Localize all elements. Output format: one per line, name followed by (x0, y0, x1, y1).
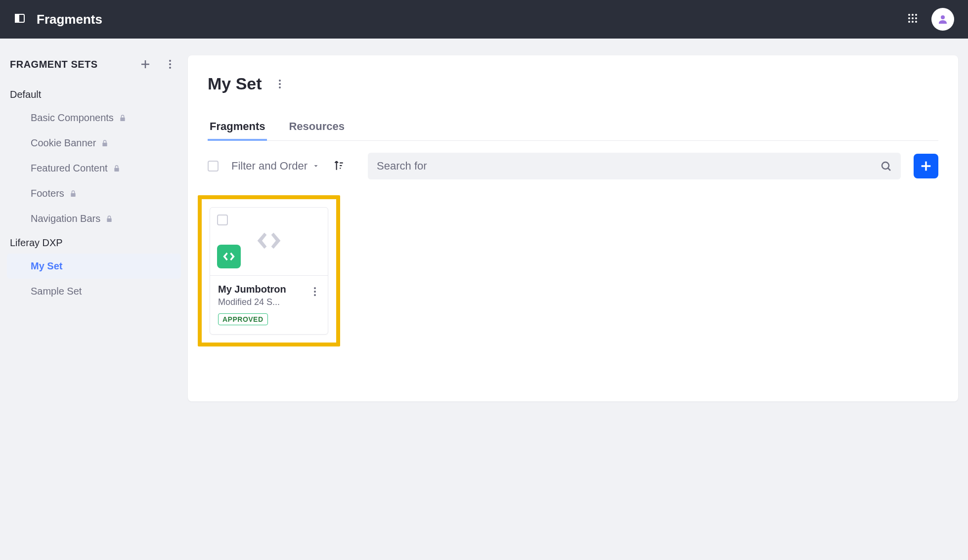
search-wrap (368, 153, 901, 179)
user-avatar[interactable] (931, 8, 954, 31)
card-actions (307, 284, 323, 300)
sidebar-more-button[interactable] (162, 56, 178, 72)
add-fragment-button[interactable] (914, 154, 938, 178)
card-preview (210, 208, 328, 276)
panel-toggle-icon[interactable] (14, 12, 26, 26)
lock-icon (69, 190, 77, 198)
sidebar-item-label: Basic Components (31, 112, 114, 124)
main: My Set Fragments Resources Filter and Or… (188, 39, 968, 411)
svg-point-2 (908, 14, 910, 16)
sidebar-item-label: Sample Set (31, 286, 82, 297)
panel-more-button[interactable] (272, 76, 288, 92)
sidebar-item-label: Featured Content (31, 163, 108, 174)
card-checkbox[interactable] (217, 215, 228, 225)
svg-point-5 (908, 17, 910, 19)
tab-fragments[interactable]: Fragments (208, 114, 267, 141)
panel-title: My Set (208, 74, 262, 93)
card-more-button[interactable] (307, 284, 323, 300)
nav-list: My Set Sample Set (7, 254, 181, 304)
lock-icon (119, 114, 127, 122)
svg-point-11 (941, 15, 945, 19)
tab-resources[interactable]: Resources (287, 114, 347, 141)
svg-point-9 (912, 21, 914, 23)
sidebar-item-label: Cookie Banner (31, 137, 96, 149)
sidebar-item-featured-content[interactable]: Featured Content (7, 156, 181, 181)
status-badge: APPROVED (218, 313, 268, 325)
toolbar: Filter and Order (208, 153, 938, 179)
lock-icon (101, 139, 109, 147)
svg-point-14 (169, 60, 171, 62)
sidebar-item-label: My Set (31, 260, 62, 272)
svg-point-16 (169, 67, 171, 69)
svg-point-3 (912, 14, 914, 16)
sidebar-item-label: Footers (31, 188, 64, 199)
highlight-box: My Jumbotron Modified 24 S... APPROVED (198, 195, 340, 346)
tabs: Fragments Resources (208, 114, 938, 141)
panel: My Set Fragments Resources Filter and Or… (188, 55, 958, 401)
search-input[interactable] (377, 160, 880, 172)
sidebar-item-navigation-bars[interactable]: Navigation Bars (7, 206, 181, 231)
svg-point-29 (314, 294, 316, 296)
layout: FRAGMENT SETS Default Basic Components C… (0, 39, 968, 411)
fragment-card[interactable]: My Jumbotron Modified 24 S... APPROVED (210, 207, 328, 335)
sidebar-group-liferay-dxp: Liferay DXP My Set Sample Set (7, 231, 181, 304)
sidebar-group-label: Liferay DXP (7, 231, 181, 254)
svg-line-24 (888, 168, 890, 171)
sidebar-item-footers[interactable]: Footers (7, 181, 181, 206)
topbar-right (907, 8, 954, 31)
sort-direction-button[interactable] (332, 159, 345, 173)
panel-header: My Set (208, 74, 938, 93)
sidebar-group-label: Default (7, 83, 181, 105)
card-type-badge (217, 245, 241, 268)
caret-down-icon (312, 163, 319, 170)
sidebar-item-basic-components[interactable]: Basic Components (7, 105, 181, 130)
select-all-checkbox[interactable] (208, 161, 219, 172)
sidebar-item-my-set[interactable]: My Set (7, 254, 181, 279)
app-title: Fragments (37, 12, 102, 27)
svg-point-18 (279, 83, 281, 85)
svg-point-6 (912, 17, 914, 19)
svg-point-7 (915, 17, 917, 19)
sidebar-title: FRAGMENT SETS (10, 59, 98, 70)
svg-point-27 (314, 287, 316, 289)
sidebar: FRAGMENT SETS Default Basic Components C… (0, 39, 188, 411)
nav-list: Basic Components Cookie Banner Featured … (7, 105, 181, 231)
topbar: Fragments (0, 0, 968, 39)
svg-point-10 (915, 21, 917, 23)
lock-icon (105, 215, 113, 223)
sidebar-item-sample-set[interactable]: Sample Set (7, 279, 181, 304)
filter-order-label: Filter and Order (231, 160, 308, 172)
svg-point-8 (908, 21, 910, 23)
svg-point-19 (279, 86, 281, 88)
card-body: My Jumbotron Modified 24 S... APPROVED (210, 276, 328, 334)
code-icon (255, 230, 283, 253)
sidebar-item-cookie-banner[interactable]: Cookie Banner (7, 130, 181, 156)
apps-grid-icon[interactable] (907, 12, 919, 26)
card-subtitle: Modified 24 S... (218, 297, 297, 307)
sidebar-header: FRAGMENT SETS (7, 56, 181, 83)
lock-icon (113, 165, 121, 172)
card-title: My Jumbotron (218, 284, 297, 295)
svg-point-23 (882, 162, 889, 169)
search-icon[interactable] (880, 160, 892, 172)
svg-point-15 (169, 63, 171, 65)
topbar-left: Fragments (14, 12, 102, 27)
svg-point-28 (314, 291, 316, 293)
filter-order-button[interactable]: Filter and Order (231, 160, 319, 172)
sidebar-item-label: Navigation Bars (31, 213, 100, 224)
sidebar-group-default: Default Basic Components Cookie Banner F… (7, 83, 181, 231)
svg-point-17 (279, 80, 281, 82)
sidebar-header-actions (137, 56, 178, 72)
add-set-button[interactable] (137, 56, 153, 72)
svg-point-4 (915, 14, 917, 16)
svg-rect-1 (15, 14, 19, 22)
